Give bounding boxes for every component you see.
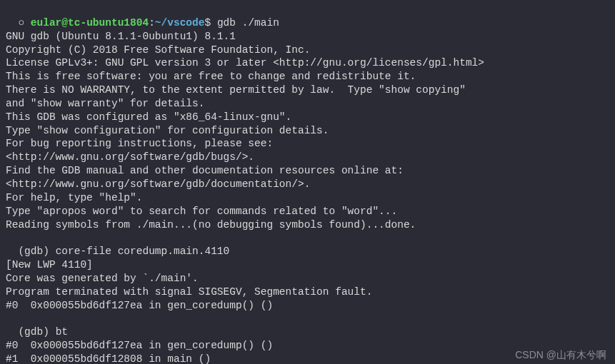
gdb-command-bt[interactable]: bt <box>56 326 68 338</box>
gdb-banner-line: Copyright (C) 2018 Free Software Foundat… <box>6 44 609 57</box>
prompt-bullet: ○ <box>18 17 30 29</box>
gdb-banner-line: and "show warranty" for details. <box>6 97 609 111</box>
prompt-host: tc-ubuntu1804 <box>68 17 149 29</box>
shell-prompt-line: ○ eular@tc-ubuntu1804:~/vscode$ gdb ./ma… <box>6 3 609 30</box>
gdb-banner-line: This is free software: you are free to c… <box>6 70 609 84</box>
prompt-dollar: $ <box>204 17 216 29</box>
prompt-path: ~/vscode <box>155 17 205 29</box>
gdb-output-line: Program terminated with signal SIGSEGV, … <box>6 285 609 299</box>
gdb-banner-line: Type "show configuration" for configurat… <box>6 124 609 138</box>
gdb-banner-line: For bug reporting instructions, please s… <box>6 137 609 151</box>
gdb-output-line: #0 0x000055bd6df127ea in gen_coredump() … <box>6 299 609 313</box>
gdb-banner-line: GNU gdb (Ubuntu 8.1.1-0ubuntu1) 8.1.1 <box>6 30 609 44</box>
gdb-banner-line: This GDB was configured as "x86_64-linux… <box>6 111 609 124</box>
gdb-command-corefile[interactable]: core-file coredump.main.4110 <box>56 246 230 257</box>
gdb-command-line: (gdb) bt <box>6 312 609 339</box>
prompt-user: eular <box>31 17 62 29</box>
gdb-banner-line: Find the GDB manual and other documentat… <box>6 164 609 178</box>
gdb-command-line: (gdb) core-file coredump.main.4110 <box>6 231 609 258</box>
prompt-colon: : <box>149 17 155 29</box>
gdb-banner-line: <http://www.gnu.org/software/gdb/documen… <box>6 178 609 191</box>
gdb-prompt: (gdb) <box>18 246 55 257</box>
gdb-output-line: [New LWP 4110] <box>6 258 609 272</box>
gdb-banner-line: Reading symbols from ./main...(no debugg… <box>6 218 609 232</box>
gdb-banner-line: There is NO WARRANTY, to the extent perm… <box>6 84 609 97</box>
gdb-banner-line: License GPLv3+: GNU GPL version 3 or lat… <box>6 56 609 70</box>
gdb-output-line: Core was generated by `./main'. <box>6 272 609 285</box>
prompt-at: @ <box>61 17 68 29</box>
watermark: CSDN @山有木兮啊 <box>515 348 606 361</box>
gdb-banner-line: For help, type "help". <box>6 191 609 205</box>
gdb-banner-line: <http://www.gnu.org/software/gdb/bugs/>. <box>6 151 609 164</box>
gdb-banner-line: Type "apropos word" to search for comman… <box>6 205 609 218</box>
gdb-prompt: (gdb) <box>18 326 55 338</box>
shell-command[interactable]: gdb ./main <box>217 17 279 29</box>
